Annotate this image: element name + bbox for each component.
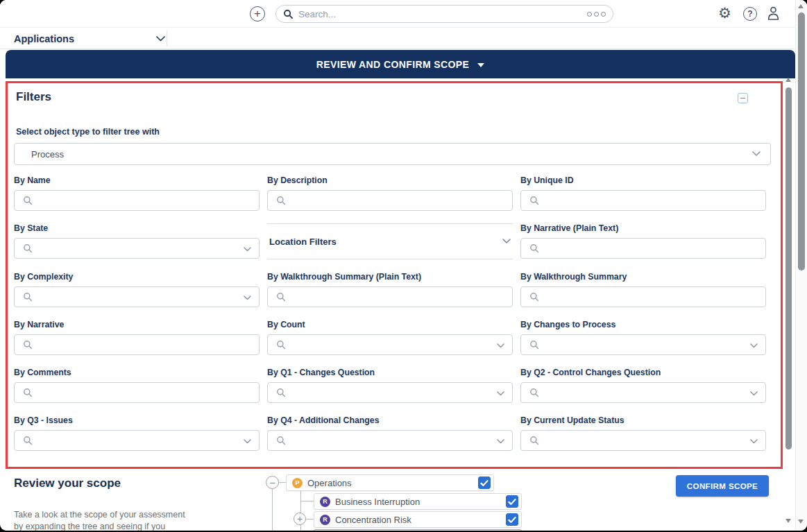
applications-label: Applications	[14, 33, 74, 44]
filter-field-input[interactable]	[14, 334, 260, 355]
search-icon	[529, 196, 539, 205]
gear-icon[interactable]: ⚙	[718, 5, 731, 22]
location-filters-accordion[interactable]: Location Filters	[267, 223, 513, 259]
search-icon	[23, 388, 33, 397]
search-icon	[529, 292, 539, 302]
search-icon	[23, 243, 33, 253]
plus-circle-icon[interactable]: +	[250, 6, 265, 22]
filter-field-input[interactable]	[267, 190, 513, 211]
scope-description-line1: Take a look at the scope of your assessm…	[14, 510, 185, 520]
filter-field-input[interactable]	[520, 430, 766, 451]
filter-location-filters: Location Filters	[267, 223, 513, 259]
scroll-up-icon[interactable]	[785, 78, 791, 82]
divider	[167, 31, 167, 46]
caret-down-icon	[477, 63, 484, 67]
filter-field-input[interactable]	[267, 430, 513, 451]
scrollbar-thumb[interactable]	[798, 12, 805, 271]
collapse-minus-icon[interactable]	[738, 93, 748, 103]
global-search[interactable]	[275, 5, 613, 23]
filter-field-input[interactable]	[267, 334, 513, 355]
tree-node-label: Business Interruption	[335, 497, 501, 507]
filter-field-input[interactable]	[14, 430, 260, 451]
filter-field-label: By Q3 - Issues	[14, 415, 260, 425]
object-type-select[interactable]: Process	[14, 143, 771, 165]
chevron-down-icon	[497, 343, 504, 348]
filter-field-input[interactable]	[14, 190, 260, 211]
filter-field-input[interactable]	[520, 190, 766, 211]
search-icon	[23, 196, 33, 205]
filter-by-narrative: By Narrative	[14, 320, 260, 355]
tree-node-business-interruption[interactable]: R Business Interruption	[314, 493, 522, 510]
filter-field-label: By Q4 - Additional Changes	[267, 415, 513, 425]
filter-field-input[interactable]	[520, 286, 766, 307]
help-icon[interactable]: ?	[743, 7, 757, 21]
filter-field-input[interactable]	[520, 238, 766, 259]
app-window: + ⚙ ? Applications REVIEW AND CONFI	[0, 0, 807, 531]
filter-field-label: By Walkthrough Summary	[520, 272, 766, 282]
chevron-down-icon	[244, 439, 251, 444]
filter-field-label: By Description	[267, 175, 513, 185]
collapse-node-icon[interactable]: −	[266, 476, 279, 489]
tree-node-partial	[314, 529, 522, 531]
filter-by-comments: By Comments	[14, 368, 260, 403]
tree-node-concentration-risk[interactable]: R Concentration Risk	[314, 511, 522, 528]
filter-field-input[interactable]	[14, 238, 260, 259]
filter-field-label: By Unique ID	[520, 175, 766, 185]
chevron-down-icon	[750, 439, 758, 444]
tree-node-label: Operations	[307, 478, 473, 488]
filter-field-input[interactable]	[267, 286, 513, 307]
scroll-up-icon[interactable]	[798, 4, 804, 8]
scope-title: Review your scope	[14, 477, 121, 490]
filter-by-narrative-plain-text: By Narrative (Plain Text)	[520, 223, 766, 259]
chevron-down-icon	[502, 239, 511, 244]
search-icon	[529, 388, 539, 397]
risk-badge-icon: R	[320, 515, 330, 525]
filter-field-input[interactable]	[520, 382, 766, 403]
outer-scrollbar[interactable]	[795, 0, 807, 531]
filter-by-q2-control-changes-question: By Q2 - Control Changes Question	[520, 368, 766, 403]
tree-node-operations[interactable]: P Operations	[286, 474, 494, 491]
review-confirm-scope-banner[interactable]: REVIEW AND CONFIRM SCOPE	[6, 50, 795, 78]
filter-by-state: By State	[14, 223, 260, 259]
filter-field-input[interactable]	[14, 382, 260, 403]
kebab-ooo-icon[interactable]	[587, 12, 606, 17]
tree-node-checkbox[interactable]	[506, 495, 518, 508]
banner-title: REVIEW AND CONFIRM SCOPE	[316, 59, 470, 70]
chevron-down-icon	[244, 247, 251, 252]
scroll-down-icon[interactable]	[785, 519, 791, 523]
filter-by-q3-issues: By Q3 - Issues	[14, 415, 260, 451]
search-input[interactable]	[298, 9, 582, 19]
scroll-down-icon[interactable]	[798, 520, 804, 524]
filter-by-walkthrough-summary: By Walkthrough Summary	[520, 272, 766, 307]
filters-panel: Filters Select object type to filter tre…	[6, 81, 783, 469]
applications-dropdown[interactable]: Applications	[14, 28, 165, 49]
filter-field-input[interactable]	[14, 286, 260, 307]
user-icon[interactable]	[766, 6, 781, 24]
confirm-scope-button[interactable]: CONFIRM SCOPE	[676, 475, 769, 497]
tree-connector	[306, 519, 314, 520]
filter-by-walkthrough-summary-plain-text: By Walkthrough Summary (Plain Text)	[267, 272, 513, 307]
filter-field-label: By Walkthrough Summary (Plain Text)	[267, 272, 513, 282]
tree-node-checkbox[interactable]	[478, 477, 491, 489]
filter-field-label: By Q1 - Changes Question	[267, 368, 513, 377]
filter-by-current-update-status: By Current Update Status	[520, 415, 766, 451]
filter-field-label: By Current Update Status	[520, 415, 766, 425]
filter-field-label: By Complexity	[14, 272, 260, 282]
expand-node-icon[interactable]: +	[294, 513, 306, 525]
scrollbar-thumb[interactable]	[785, 87, 792, 449]
accordion-label: Location Filters	[269, 237, 337, 246]
inner-scrollbar[interactable]	[784, 75, 794, 527]
tree-node-checkbox[interactable]	[506, 513, 518, 526]
filter-field-input[interactable]	[520, 334, 766, 355]
filter-by-description: By Description	[267, 175, 513, 211]
search-icon	[529, 436, 539, 445]
filter-field-label: By Count	[267, 320, 513, 329]
chevron-down-icon	[752, 151, 761, 157]
filter-by-q1-changes-question: By Q1 - Changes Question	[267, 368, 513, 403]
object-type-label: Select object type to filter tree with	[16, 127, 160, 137]
filter-field-input[interactable]	[267, 382, 513, 403]
chevron-down-icon	[750, 391, 758, 396]
tree-connector	[301, 501, 314, 501]
filter-field-label: By Comments	[14, 368, 260, 377]
tree-node-label: Concentration Risk	[335, 515, 501, 525]
